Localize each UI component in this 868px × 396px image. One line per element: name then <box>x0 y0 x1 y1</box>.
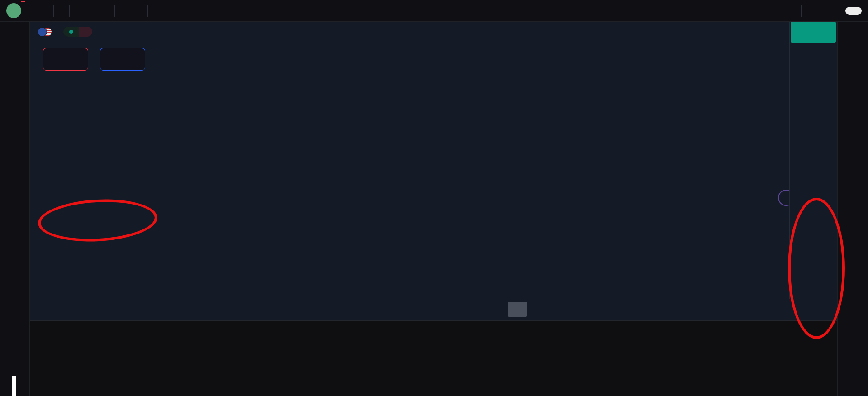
screenshot-artifact <box>12 376 16 396</box>
toolbar-separator <box>801 5 802 17</box>
toolbar-separator <box>85 5 85 17</box>
toolbar-separator <box>114 5 115 17</box>
toolbar-separator <box>69 5 70 17</box>
bottom-panel <box>30 343 838 396</box>
current-price-badge <box>791 22 836 43</box>
buy-button[interactable] <box>100 48 145 71</box>
replay-button[interactable] <box>132 9 144 13</box>
undo-button[interactable] <box>151 9 160 13</box>
quick-search-button[interactable] <box>804 9 813 13</box>
date-range-toolbar <box>30 320 838 343</box>
delayed-data-icon <box>79 27 92 37</box>
drawing-toolbar <box>0 22 30 396</box>
symbol-search-button[interactable] <box>28 9 40 13</box>
price-axis[interactable] <box>789 22 838 299</box>
fullscreen-button[interactable] <box>822 9 831 13</box>
crosshair-time-badge <box>508 302 527 317</box>
user-menu[interactable] <box>784 8 799 14</box>
right-sidebar <box>837 22 868 396</box>
top-toolbar <box>0 0 868 22</box>
alert-button[interactable] <box>118 9 131 13</box>
trade-panel <box>43 48 145 71</box>
snapshot-button[interactable] <box>831 9 840 13</box>
market-status-capsule[interactable] <box>63 27 92 37</box>
layout-button[interactable] <box>775 9 784 13</box>
chart-style-button[interactable] <box>73 9 82 13</box>
compare-add-button[interactable] <box>41 9 50 13</box>
range-separator <box>51 327 51 337</box>
interval-button[interactable] <box>57 9 66 13</box>
account-logo[interactable] <box>6 3 21 18</box>
redo-button[interactable] <box>161 9 170 13</box>
indicators-button[interactable] <box>89 9 101 13</box>
sell-button[interactable] <box>43 48 88 71</box>
bottom-tabs <box>30 343 838 348</box>
toolbar-separator <box>147 5 148 17</box>
publish-button[interactable] <box>845 7 862 15</box>
chart-pane[interactable] <box>30 22 789 299</box>
notification-count-badge <box>20 0 26 3</box>
indicator-templates-button[interactable] <box>102 9 111 13</box>
toolbar-separator <box>53 5 54 17</box>
settings-button[interactable] <box>813 9 822 13</box>
symbol-flag-icon <box>38 28 52 36</box>
market-open-icon <box>63 27 79 37</box>
tradingview-app <box>0 0 868 396</box>
time-axis[interactable] <box>30 299 838 320</box>
symbol-header <box>38 25 125 38</box>
